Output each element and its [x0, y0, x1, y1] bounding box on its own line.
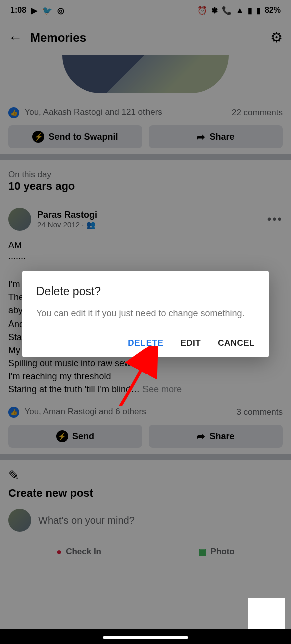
gesture-pill[interactable]: [103, 636, 188, 639]
dialog-edit-button[interactable]: EDIT: [180, 338, 201, 348]
overlay-block: [248, 598, 285, 629]
dialog-message: You can edit it if you just need to chan…: [36, 307, 255, 320]
delete-post-dialog: Delete post? You can edit it if you just…: [22, 271, 269, 357]
dialog-delete-button[interactable]: DELETE: [128, 338, 163, 348]
dialog-cancel-button[interactable]: CANCEL: [218, 338, 255, 348]
dialog-title: Delete post?: [36, 285, 255, 298]
